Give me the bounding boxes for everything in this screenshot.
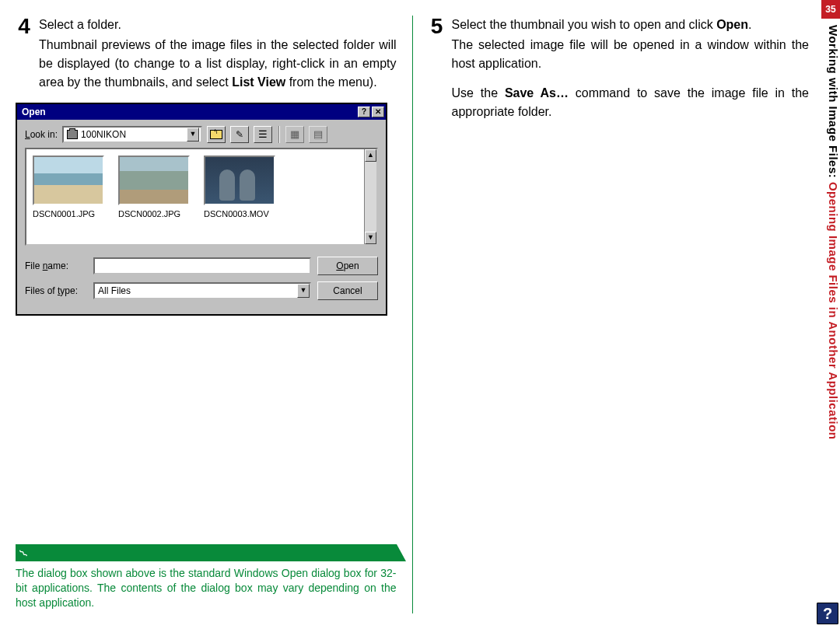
side-title-part1: Working with Image Files: — [827, 25, 840, 178]
help-button[interactable]: ? — [358, 107, 370, 117]
files-of-type-combo[interactable]: All Files ▼ — [93, 282, 311, 299]
page-number-tab: 35 — [821, 0, 840, 19]
scroll-track[interactable] — [365, 162, 376, 232]
look-in-label: Look in: — [25, 128, 58, 142]
note-box: ⌇ The dialog box shown above is the stan… — [16, 544, 397, 610]
step-5-body: Select the thumbnail you wish to open an… — [452, 16, 810, 121]
thumbnail-label: DSCN0003.MOV — [204, 208, 278, 221]
cancel-button[interactable]: Cancel — [317, 281, 378, 300]
right-column: 5 Select the thumbnail you wish to open … — [429, 16, 810, 613]
look-in-value: 100NIKON — [81, 128, 184, 142]
thumbnail-image — [204, 156, 275, 205]
thumbnail-item[interactable]: DSCN0003.MOV — [204, 156, 278, 221]
thumb-icon: ▤ — [313, 127, 323, 142]
files-of-type-value: All Files — [98, 284, 131, 298]
up-folder-icon: ↰ — [210, 130, 222, 139]
step-4-firstline: Select a folder. — [39, 16, 397, 34]
thumbnail-area[interactable]: DSCN0001.JPG DSCN0002.JPG DSCN0003.MOV ▲… — [25, 148, 378, 246]
thumbnail-image — [33, 156, 104, 205]
details-view-button[interactable]: ▦ — [285, 126, 304, 143]
up-one-level-button[interactable]: ↰ — [207, 126, 226, 143]
help-badge-icon[interactable]: ? — [817, 603, 838, 624]
step-5-number: 5 — [429, 16, 446, 121]
step-4-body: Select a folder. Thumbnail previews of t… — [39, 16, 397, 92]
note-header: ⌇ — [16, 544, 397, 561]
dialog-bottom: File name: Open Files of type: All Files… — [17, 246, 386, 314]
look-in-combo[interactable]: 100NIKON ▼ — [62, 126, 202, 143]
look-in-row: Look in: 100NIKON ▼ ↰ ✎ ☰ — [17, 120, 386, 148]
vertical-scrollbar[interactable]: ▲ ▼ — [364, 149, 376, 244]
new-folder-button[interactable]: ✎ — [230, 126, 249, 143]
chevron-down-icon[interactable]: ▼ — [187, 128, 199, 142]
step-5-p2bold: Save As… — [505, 86, 569, 100]
open-button[interactable]: Open — [317, 257, 378, 275]
step-5-line2: The selected image file will be opened i… — [452, 36, 810, 73]
side-section-title: Working with Image Files: Opening Image … — [821, 25, 840, 440]
new-folder-icon: ✎ — [236, 128, 243, 142]
list-view-button[interactable]: ☰ — [254, 126, 272, 143]
step-5: 5 Select the thumbnail you wish to open … — [429, 16, 810, 121]
list-icon: ☰ — [258, 127, 268, 142]
step-4: 4 Select a folder. Thumbnail previews of… — [16, 16, 397, 92]
dialog-title: Open — [22, 105, 356, 119]
close-button[interactable]: ✕ — [372, 107, 384, 117]
details-icon: ▦ — [290, 127, 299, 142]
side-title-part2: Opening Image Files in Another Applicati… — [827, 178, 840, 439]
files-of-type-label: Files of type: — [25, 284, 87, 298]
thumbnail-label: DSCN0002.JPG — [118, 208, 193, 221]
step-5-p2a: Use the — [452, 86, 505, 100]
left-column: 4 Select a folder. Thumbnail previews of… — [16, 16, 413, 613]
thumbnail-view-button[interactable]: ▤ — [309, 126, 327, 143]
chevron-down-icon[interactable]: ▼ — [297, 284, 310, 298]
open-dialog: Open ? ✕ Look in: 100NIKON ▼ ↰ ✎ — [16, 103, 387, 316]
paperclip-icon: ⌇ — [15, 546, 30, 560]
scroll-down-button[interactable]: ▼ — [365, 232, 376, 244]
scroll-up-button[interactable]: ▲ — [365, 149, 376, 162]
dialog-titlebar[interactable]: Open ? ✕ — [17, 104, 386, 120]
step-5-l1bold: Open — [716, 18, 748, 31]
note-text: The dialog box shown above is the standa… — [16, 566, 397, 610]
file-name-label: File name: — [25, 259, 87, 273]
step-4-after: from the menu). — [285, 75, 376, 89]
step-5-l1a: Select the thumbnail you wish to open an… — [452, 18, 717, 31]
toolbar-separator — [278, 126, 279, 143]
thumbnail-item[interactable]: DSCN0001.JPG — [33, 156, 107, 221]
step-4-number: 4 — [16, 16, 33, 92]
file-name-input[interactable] — [93, 257, 311, 274]
thumbnail-image — [118, 156, 190, 205]
step-4-bold: List View — [232, 75, 285, 89]
thumbnail-item[interactable]: DSCN0002.JPG — [118, 156, 193, 221]
thumbnail-label: DSCN0001.JPG — [33, 208, 107, 221]
folder-icon — [67, 130, 78, 139]
step-5-l1b: . — [748, 18, 751, 31]
